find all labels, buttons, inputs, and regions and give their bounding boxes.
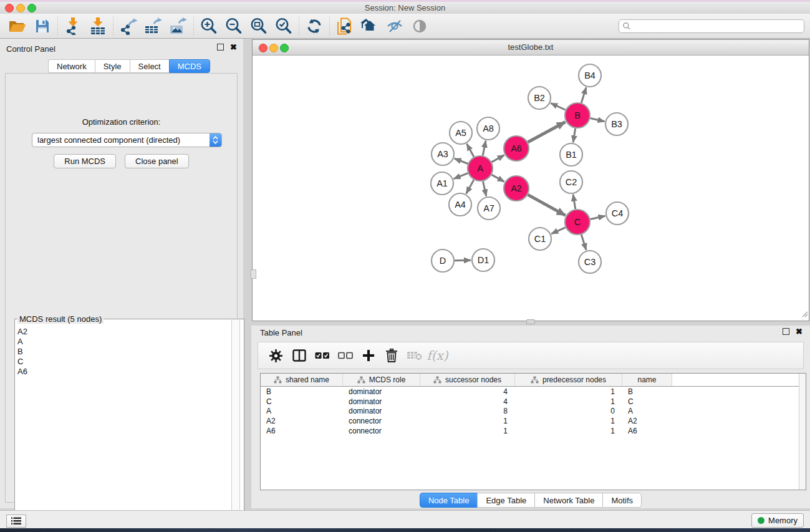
column-header-MCDS-role[interactable]: MCDS role bbox=[343, 374, 420, 386]
mcds-result-item[interactable]: A2 bbox=[17, 327, 27, 337]
column-header-name[interactable]: name bbox=[622, 374, 672, 386]
close-panel-icon[interactable]: ✖ bbox=[230, 44, 237, 51]
deselect-all-button[interactable] bbox=[334, 345, 357, 366]
mcds-result-item[interactable]: B bbox=[17, 347, 27, 357]
new-network-from-selection-button[interactable] bbox=[332, 16, 357, 37]
hide-details-button[interactable] bbox=[382, 16, 407, 37]
graph-edge-A2-C[interactable] bbox=[528, 195, 565, 215]
graph-node-B3[interactable]: B3 bbox=[605, 113, 628, 135]
graph-edge-A-A2[interactable] bbox=[491, 175, 504, 181]
mcds-result-item[interactable]: C bbox=[17, 357, 27, 367]
graph-node-A7[interactable]: A7 bbox=[478, 197, 500, 220]
function-button[interactable]: f(x) bbox=[426, 345, 449, 366]
float-panel-icon[interactable] bbox=[217, 44, 224, 51]
graph-node-A4[interactable]: A4 bbox=[449, 193, 471, 216]
graph-node-A3[interactable]: A3 bbox=[432, 143, 454, 165]
delete-table-button[interactable] bbox=[403, 345, 426, 366]
graph-node-C[interactable]: C bbox=[565, 210, 590, 235]
graph-node-C1[interactable]: C1 bbox=[529, 228, 551, 250]
graph-edge-C-C1[interactable] bbox=[551, 228, 566, 234]
tab-network[interactable]: Network bbox=[48, 59, 95, 73]
search-field[interactable] bbox=[619, 19, 804, 33]
columns-button[interactable] bbox=[287, 345, 311, 366]
table-row[interactable]: Cdominator41C bbox=[261, 397, 806, 407]
criterion-dropdown[interactable]: largest connected component (directed) bbox=[32, 133, 222, 147]
save-session-button[interactable] bbox=[30, 16, 55, 37]
network-canvas[interactable]: B4B2BB3A8A5A6A3B1AC2A1A2A4A7C4CC1DD1C3 bbox=[253, 56, 809, 321]
graph-edge-B-B4[interactable] bbox=[581, 87, 586, 103]
zoom-in-button[interactable] bbox=[196, 16, 221, 37]
graph-node-A8[interactable]: A8 bbox=[477, 117, 499, 140]
graph-edge-B-B3[interactable] bbox=[590, 118, 604, 122]
graph-node-B1[interactable]: B1 bbox=[560, 143, 582, 166]
open-session-button[interactable] bbox=[5, 16, 30, 37]
show-details-button[interactable] bbox=[407, 16, 432, 37]
import-table-button[interactable] bbox=[85, 16, 110, 37]
graph-node-B4[interactable]: B4 bbox=[579, 64, 601, 87]
graph-edge-A-A6[interactable] bbox=[491, 155, 504, 162]
graph-node-A2[interactable]: A2 bbox=[504, 176, 529, 201]
resize-corner-icon[interactable] bbox=[802, 309, 808, 320]
graph-node-D1[interactable]: D1 bbox=[472, 249, 494, 271]
memory-button[interactable]: Memory bbox=[751, 513, 804, 528]
graph-edge-A6-B[interactable] bbox=[528, 122, 565, 142]
graph-edge-C-C3[interactable] bbox=[581, 235, 586, 250]
tab-edge-table[interactable]: Edge Table bbox=[477, 493, 534, 508]
graph-edge-B-B2[interactable] bbox=[551, 103, 566, 110]
run-mcds-button[interactable]: Run MCDS bbox=[54, 154, 116, 168]
close-table-panel-icon[interactable]: ✖ bbox=[796, 329, 803, 335]
graph-node-A[interactable]: A bbox=[468, 156, 493, 181]
table-row[interactable]: A2connector11A2 bbox=[261, 416, 806, 426]
graph-edge-A-A7[interactable] bbox=[483, 181, 486, 196]
table-row[interactable]: A6connector11A6 bbox=[261, 426, 806, 436]
graph-node-B2[interactable]: B2 bbox=[528, 87, 551, 109]
table-row[interactable]: Bdominator41B bbox=[261, 387, 806, 397]
graph-node-C2[interactable]: C2 bbox=[560, 171, 582, 193]
import-network-button[interactable] bbox=[60, 16, 85, 37]
tab-network-table[interactable]: Network Table bbox=[534, 493, 602, 508]
graph-node-A1[interactable]: A1 bbox=[431, 172, 453, 195]
graph-edge-A-A8[interactable] bbox=[483, 141, 486, 156]
graph-edge-B-B1[interactable] bbox=[573, 128, 576, 143]
mcds-result-item[interactable]: A6 bbox=[17, 367, 27, 377]
zoom-out-button[interactable] bbox=[221, 16, 246, 37]
graph-node-A6[interactable]: A6 bbox=[504, 136, 529, 161]
column-header-successor-nodes[interactable]: successor nodes bbox=[420, 374, 515, 386]
graph-edge-A-A4[interactable] bbox=[466, 180, 474, 193]
graph-node-C3[interactable]: C3 bbox=[579, 251, 601, 273]
graph-edge-C-C4[interactable] bbox=[591, 216, 605, 219]
pane-collapse-handle[interactable] bbox=[251, 269, 256, 279]
home-button[interactable] bbox=[357, 16, 382, 37]
export-table-button[interactable] bbox=[141, 16, 166, 37]
delete-button[interactable] bbox=[380, 345, 403, 366]
node-table[interactable]: shared nameMCDS rolesuccessor nodesprede… bbox=[260, 373, 806, 490]
zoom-selected-button[interactable] bbox=[271, 16, 296, 37]
mcds-result-item[interactable]: A bbox=[17, 337, 27, 347]
search-input[interactable] bbox=[631, 21, 804, 31]
gear-button[interactable] bbox=[264, 345, 287, 366]
graph-edge-A-A3[interactable] bbox=[455, 158, 468, 163]
add-button[interactable] bbox=[357, 345, 380, 366]
graph-node-B[interactable]: B bbox=[565, 103, 590, 128]
task-history-button[interactable] bbox=[6, 515, 26, 528]
tab-mcds[interactable]: MCDS bbox=[169, 59, 210, 73]
node-table-scrollbar[interactable] bbox=[799, 374, 806, 490]
close-panel-button[interactable]: Close panel bbox=[125, 154, 189, 168]
column-header-shared-name[interactable]: shared name bbox=[261, 374, 343, 386]
mcds-result-scrollbar[interactable] bbox=[231, 320, 240, 532]
graph-node-D[interactable]: D bbox=[432, 249, 454, 272]
export-network-button[interactable] bbox=[116, 16, 141, 37]
refresh-button[interactable] bbox=[302, 16, 327, 37]
graph-edge-A-A5[interactable] bbox=[467, 144, 474, 157]
zoom-fit-button[interactable] bbox=[246, 16, 271, 37]
tab-motifs[interactable]: Motifs bbox=[602, 493, 642, 508]
graph-node-A5[interactable]: A5 bbox=[450, 122, 472, 144]
table-row[interactable]: Adominator80A bbox=[261, 406, 806, 416]
float-table-panel-icon[interactable] bbox=[783, 328, 789, 335]
split-divider-handle[interactable] bbox=[526, 319, 535, 324]
column-header-predecessor-nodes[interactable]: predecessor nodes bbox=[515, 374, 622, 386]
tab-style[interactable]: Style bbox=[95, 59, 130, 73]
graph-edge-A-A1[interactable] bbox=[454, 173, 468, 179]
tab-node-table[interactable]: Node Table bbox=[420, 493, 478, 508]
select-all-button[interactable] bbox=[311, 345, 334, 366]
